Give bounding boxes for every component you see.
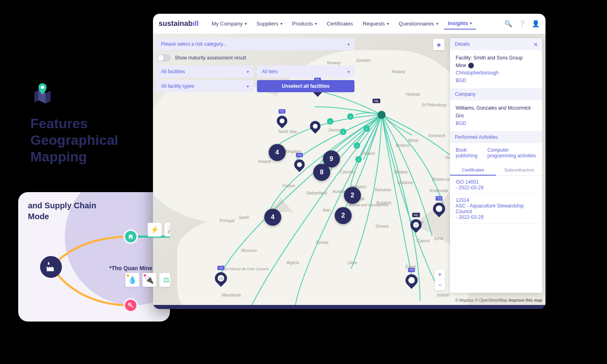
chart-icon: 📈 [165, 223, 170, 237]
chevron-down-icon: ▾ [387, 21, 389, 26]
scm-node-icon [123, 229, 138, 244]
layers-button[interactable]: ◈ [433, 39, 444, 50]
help-icon[interactable]: ❔ [518, 20, 526, 28]
scm-mine-label: *Tho Quan Mine [109, 265, 153, 271]
cluster-marker[interactable]: 8 [313, 164, 330, 181]
chevron-down-icon: ▾ [315, 21, 317, 26]
nav-products[interactable]: Products▾ [288, 18, 321, 29]
facility-pin[interactable]: My1 [410, 219, 422, 231]
scm-title: and Supply Chain Mode [28, 200, 160, 222]
brand-logo[interactable]: sustainabıll [159, 19, 199, 28]
plug-icon: 🔌 [142, 273, 156, 287]
nav-requests[interactable]: Requests▾ [359, 18, 393, 29]
supply-chain-mode-card: and Supply Chain Mode ⚡ 📈 *Tho Quan Mine… [18, 192, 170, 322]
facility-pin[interactable]: T113 [215, 272, 227, 284]
nav-insights[interactable]: Insights▾ [444, 18, 476, 30]
improve-map-link[interactable]: Improve this map [509, 298, 542, 303]
droplet-icon: 💧 [125, 273, 139, 287]
company-name: Williams, Gonzales and Mccormick Gro [456, 104, 537, 119]
details-header: Details [450, 38, 542, 50]
facility-types-select[interactable]: All facility types▾ [156, 80, 254, 92]
app-window: sustainabıll My Company▾ Suppliers▾ Prod… [153, 14, 545, 309]
risk-category-select[interactable]: Please select a risk category...▾ [156, 38, 354, 50]
cluster-marker[interactable]: 2 [344, 187, 361, 204]
wind-icon: ⚡ [148, 223, 161, 237]
factory-icon [40, 256, 62, 278]
chevron-down-icon: ▾ [245, 21, 247, 26]
svg-point-1 [129, 303, 131, 305]
chevron-down-icon: ▾ [348, 42, 350, 47]
promo-map-pin-icon [30, 81, 55, 105]
zoom-in-button[interactable]: + [435, 269, 445, 280]
facility-pin[interactable]: T3 [294, 159, 305, 170]
certificate-item[interactable]: ISO 14001 - 2022-03-29 [450, 176, 542, 194]
facility-pin[interactable]: T3 [433, 203, 445, 215]
activity-item[interactable]: Book publishing [456, 147, 479, 159]
layers-icon: ◈ [437, 41, 441, 48]
zoom-out-button[interactable]: − [435, 280, 445, 290]
facilities-select[interactable]: All facilities▾ [156, 66, 254, 78]
nav-certificates[interactable]: Certificates [323, 18, 357, 29]
nav-my-company[interactable]: My Company▾ [208, 18, 251, 29]
activities-header: Performed Activities [450, 131, 542, 143]
company-header: Company [450, 88, 542, 100]
tab-subcontractors[interactable]: Subcontractors [496, 165, 542, 176]
chevron-down-icon: ▾ [470, 21, 472, 25]
facility-pin[interactable]: T3 [405, 274, 418, 286]
tiers-select[interactable]: All tiers▾ [257, 66, 354, 78]
map-canvas[interactable]: Finland Sweden Norway Helsinki Oslo Berg… [153, 34, 545, 305]
toggle-label: Show maturity assessment result [175, 55, 246, 61]
facility-pin[interactable] [310, 121, 320, 131]
facility-city: Christopherborough [456, 69, 537, 77]
scm-node-icon [123, 298, 138, 313]
map-attribution: © Mapbox © OpenStreetMap Improve this ma… [455, 298, 542, 303]
chevron-down-icon: ▾ [436, 21, 438, 26]
svg-line-2 [130, 305, 133, 307]
chevron-down-icon: ▾ [280, 21, 282, 26]
account-icon[interactable]: 👤 [532, 20, 540, 28]
top-nav: sustainabıll My Company▾ Suppliers▾ Prod… [153, 14, 545, 34]
svg-point-0 [41, 86, 44, 89]
globe-icon[interactable] [468, 63, 474, 68]
cluster-marker[interactable]: 2 [335, 207, 352, 224]
cluster-marker[interactable]: 4 [264, 209, 281, 226]
nav-questionnaires[interactable]: Questionnaires▾ [395, 18, 442, 29]
close-icon[interactable]: ✕ [533, 41, 538, 48]
tab-certificates[interactable]: Certificates [450, 165, 496, 176]
details-panel: ✕ Details Facility: Smith and Sons Group… [450, 38, 542, 293]
certificate-item[interactable]: 12314 ASC - Aquaculture Stewardship Coun… [450, 194, 542, 224]
unselect-all-button[interactable]: Unselect all facilities [257, 80, 354, 92]
maturity-toggle[interactable] [157, 54, 171, 61]
promo-title: Features Geographical Mapping [30, 115, 118, 165]
cluster-marker[interactable]: 4 [269, 144, 286, 161]
search-icon[interactable]: 🔍 [504, 20, 512, 28]
svg-point-3 [378, 111, 386, 119]
filter-panel: Please select a risk category...▾ Show m… [156, 38, 354, 92]
facility-country: BGD [456, 77, 537, 85]
activity-item[interactable]: Computer programming activities [487, 147, 537, 159]
bottom-bar [153, 305, 545, 309]
nav-suppliers[interactable]: Suppliers▾ [253, 18, 287, 29]
facility-pin[interactable]: T1 [277, 116, 287, 126]
zoom-control: + − [435, 269, 445, 290]
scale-icon: ⚖ [159, 273, 170, 287]
company-country: BGD [456, 120, 537, 127]
facility-name: Facility: Smith and Sons Group [456, 54, 537, 62]
